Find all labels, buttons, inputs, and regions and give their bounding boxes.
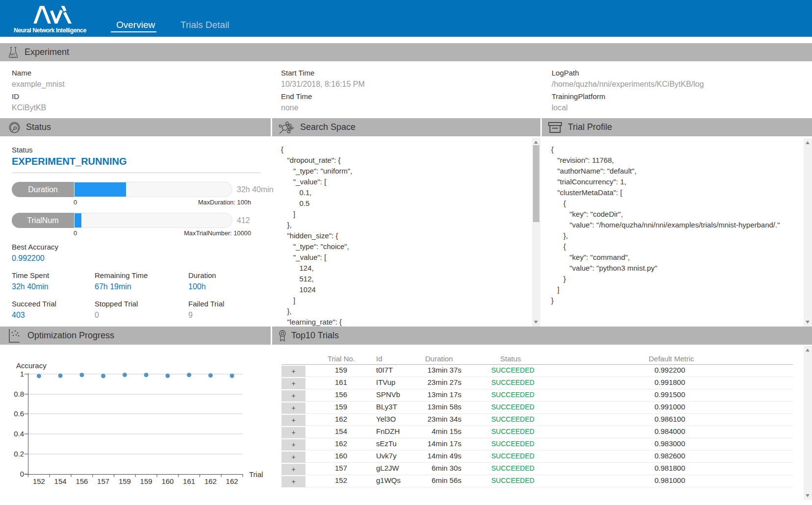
svg-text:162: 162 <box>226 477 238 485</box>
svg-text:160: 160 <box>161 477 174 485</box>
svg-text:1: 1 <box>20 370 24 378</box>
svg-text:0.4: 0.4 <box>14 429 24 438</box>
svg-text:156: 156 <box>76 477 88 485</box>
svg-text:Accuracy: Accuracy <box>16 361 47 370</box>
svg-text:162: 162 <box>204 477 217 485</box>
svg-text:0.8: 0.8 <box>14 390 24 398</box>
svg-text:157: 157 <box>97 477 109 485</box>
svg-text:0: 0 <box>20 470 24 478</box>
svg-text:Trial: Trial <box>249 470 263 479</box>
svg-text:0.2: 0.2 <box>14 450 24 458</box>
svg-text:161: 161 <box>183 477 195 485</box>
svg-text:159: 159 <box>140 477 152 485</box>
svg-text:159: 159 <box>119 477 131 485</box>
svg-text:152: 152 <box>33 477 45 485</box>
svg-text:0.6: 0.6 <box>14 409 24 418</box>
svg-text:154: 154 <box>54 477 67 485</box>
